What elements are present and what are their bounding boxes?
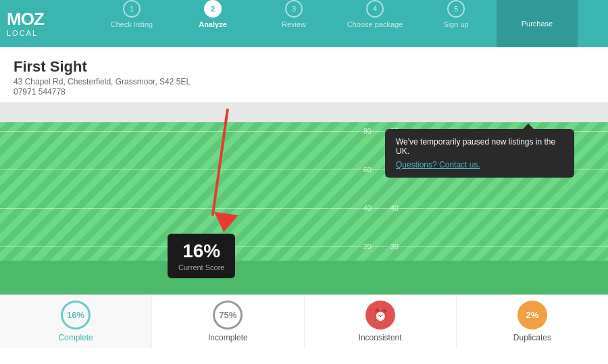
notification-bubble: We've temporarily paused new listings in… xyxy=(385,129,574,178)
chart-container: 80 80 60 60 40 40 20 20 16% Current Scor… xyxy=(0,102,608,294)
step-sign-up[interactable]: 5Sign up xyxy=(415,0,497,47)
gridline-label-80: 80 xyxy=(363,127,372,135)
business-phone: 07971 544778 xyxy=(14,87,594,97)
step-label-analyze: Analyze xyxy=(199,20,227,28)
content-area: First Sight 43 Chapel Rd, Chesterfield, … xyxy=(0,47,608,97)
step-label-review: Review xyxy=(282,20,306,28)
logo-local: LOCAL xyxy=(7,29,38,37)
step-circle-analyze: 2 xyxy=(204,0,222,18)
tab-circle-complete: 16% xyxy=(61,301,91,330)
header: MOZ LOCAL 1Check listing2Analyze3Review4… xyxy=(0,0,608,47)
business-address: 43 Chapel Rd, Chesterfield, Grassmoor, S… xyxy=(14,77,594,86)
step-circle-sign-up: 5 xyxy=(447,0,465,18)
tab-duplicates[interactable]: 2%Duplicates xyxy=(457,295,608,348)
tab-circle-duplicates: 2% xyxy=(517,301,547,330)
gridline-40 xyxy=(0,208,608,209)
step-choose-package[interactable]: 4Choose package xyxy=(334,0,415,47)
step-label-purchase: Purchase xyxy=(522,20,553,28)
notification-text: We've temporarily paused new listings in… xyxy=(396,137,563,156)
gridline-20 xyxy=(0,246,608,247)
tab-label-complete: Complete xyxy=(58,333,93,342)
step-review[interactable]: 3Review xyxy=(253,0,334,47)
score-label: Current Score xyxy=(178,263,224,271)
arrow-head xyxy=(211,212,238,234)
tab-label-inconsistent: Inconsistent xyxy=(359,333,402,342)
tab-label-incomplete: Incomplete xyxy=(208,333,248,342)
gridline-label-40: 40 xyxy=(363,204,372,212)
tab-incomplete[interactable]: 75%Incomplete xyxy=(152,295,304,348)
chart-green-bottom xyxy=(0,261,608,294)
step-analyze[interactable]: 2Analyze xyxy=(172,0,253,47)
tab-circle-inconsistent: ⏰ xyxy=(365,301,395,330)
step-label-sign-up: Sign up xyxy=(443,20,468,28)
step-circle-choose-package: 4 xyxy=(366,0,384,18)
tab-label-duplicates: Duplicates xyxy=(513,333,551,342)
nav-steps: 1Check listing2Analyze3Review4Choose pac… xyxy=(68,0,601,47)
bottom-tabs: 16%Complete75%Incomplete⏰Inconsistent2%D… xyxy=(0,294,608,348)
score-tooltip: 16% Current Score xyxy=(168,234,235,278)
gridline-label-20: 20 xyxy=(363,242,372,251)
score-percentage: 16% xyxy=(178,240,224,262)
logo-moz: MOZ xyxy=(7,10,44,28)
tab-circle-incomplete: 75% xyxy=(213,301,243,330)
notification-link[interactable]: Questions? Contact us. xyxy=(396,160,480,170)
step-label-choose-package: Choose package xyxy=(347,20,403,28)
step-circle-review: 3 xyxy=(285,0,303,18)
gridline-label-60: 60 xyxy=(363,165,372,174)
gridline-label-right-20: 20 xyxy=(390,242,399,251)
chart-grey-top xyxy=(0,102,608,122)
step-check-listing[interactable]: 1Check listing xyxy=(91,0,172,47)
tab-complete[interactable]: 16%Complete xyxy=(0,295,152,348)
logo-area: MOZ LOCAL xyxy=(7,10,68,37)
clock-icon: ⏰ xyxy=(373,308,388,323)
step-circle-check-listing: 1 xyxy=(123,0,141,18)
step-label-check-listing: Check listing xyxy=(111,20,153,28)
gridline-label-right-40: 40 xyxy=(390,204,399,212)
business-name: First Sight xyxy=(14,58,594,76)
step-purchase[interactable]: Purchase xyxy=(497,0,578,47)
tab-inconsistent[interactable]: ⏰Inconsistent xyxy=(305,295,457,348)
